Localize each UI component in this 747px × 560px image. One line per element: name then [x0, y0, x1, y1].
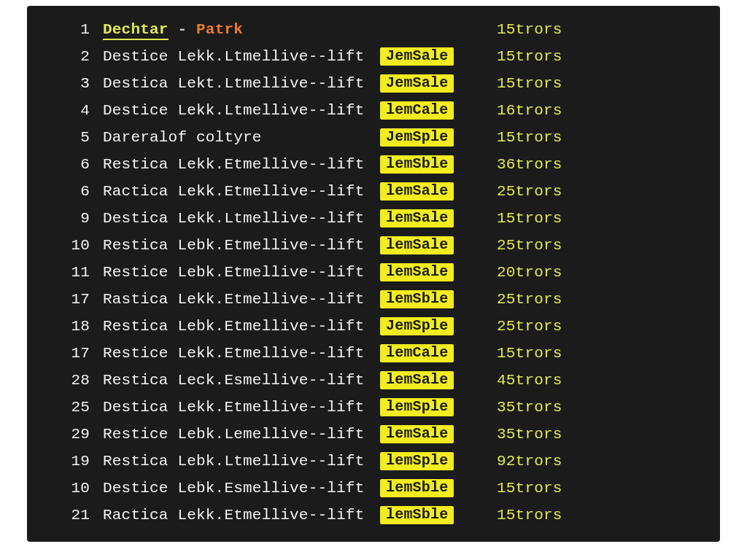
row-title: Destica Lekt.Ltmellive--lift — [103, 75, 380, 92]
header-row[interactable]: 1 Dechtar - Patrk 15trors — [47, 16, 700, 43]
row-tag[interactable]: lemSale — [380, 425, 454, 443]
row-tag-cell: lemSple — [380, 452, 475, 470]
list-row[interactable]: 6Ractica Lekk.Etmellive--liftlemSale25tr… — [47, 178, 700, 205]
list-row[interactable]: 4Destice Lekk.Ltmellive--liftlemCale16tr… — [47, 97, 700, 124]
row-title: Ractica Lekk.Etmellive--lift — [103, 183, 380, 200]
row-number: 6 — [47, 183, 103, 200]
row-tag[interactable]: JemSale — [380, 74, 454, 93]
row-number: 1 — [47, 21, 103, 38]
row-tag[interactable]: lemSale — [380, 209, 454, 228]
list-row[interactable]: 28Restica Leck.Esmellive--liftlemSale45t… — [47, 367, 700, 394]
row-tag-cell: lemSale — [380, 236, 475, 254]
row-title: Restica Leck.Esmellive--lift — [103, 372, 380, 389]
row-tag-cell: lemSple — [380, 398, 475, 416]
row-tag[interactable]: lemCale — [380, 344, 454, 362]
row-duration: 15trors — [475, 48, 599, 65]
header-track: Patrk — [196, 21, 243, 38]
list-row[interactable]: 10Restica Lebk.Etmellive--liftlemSale25t… — [47, 232, 700, 259]
row-title: Dechtar - Patrk — [103, 21, 380, 38]
row-tag[interactable]: JemSple — [380, 317, 454, 335]
row-tag[interactable]: lemSale — [380, 371, 454, 389]
row-duration: 20trors — [475, 264, 599, 281]
row-tag[interactable]: lemSale — [380, 263, 454, 281]
header-separator: - — [169, 21, 196, 38]
row-number: 4 — [47, 102, 103, 119]
row-title: Destice Lebk.Esmellive--lift — [103, 480, 380, 497]
row-title: Restica Lebk.Ltmellive--lift — [103, 453, 380, 470]
list-row[interactable]: 19Restica Lebk.Ltmellive--liftlemSple92t… — [47, 448, 700, 475]
row-tag-cell: lemSale — [380, 182, 475, 201]
list-row[interactable]: 21Ractica Lekk.Etmellive--liftlemSble15t… — [47, 502, 700, 529]
row-duration: 25trors — [475, 237, 599, 254]
row-tag[interactable]: lemSale — [380, 182, 454, 201]
list-row[interactable]: 25Destica Lekk.Etmellive--liftlemSple35t… — [47, 394, 700, 421]
row-title: Restica Lebk.Etmellive--lift — [103, 318, 380, 335]
row-title: Destica Lekk.Ltmellive--lift — [103, 210, 380, 227]
row-tag-cell: lemSble — [380, 479, 475, 497]
list-row[interactable]: 10Destice Lebk.Esmellive--liftlemSble15t… — [47, 475, 700, 502]
row-duration: 35trors — [475, 426, 599, 443]
list-row[interactable]: 5Dareralof coltyreJemSple15trors — [47, 124, 700, 151]
row-number: 25 — [47, 399, 103, 416]
row-number: 10 — [47, 237, 103, 254]
row-duration: 15trors — [475, 480, 599, 497]
list-row[interactable]: 11Restice Lebk.Etmellive--liftlemSale20t… — [47, 259, 700, 286]
row-duration: 45trors — [475, 372, 599, 389]
row-number: 2 — [47, 48, 103, 65]
list-row[interactable]: 3Destica Lekt.Ltmellive--liftJemSale15tr… — [47, 70, 700, 97]
list-row[interactable]: 18Restica Lebk.Etmellive--liftJemSple25t… — [47, 313, 700, 340]
row-duration: 15trors — [475, 507, 599, 524]
rows-container: 2Destice Lekk.Ltmellive--liftJemSale15tr… — [47, 43, 700, 529]
row-duration: 15trors — [475, 129, 599, 146]
row-tag-cell: lemSble — [380, 155, 475, 174]
list-row[interactable]: 17Restice Lekk.Etmellive--liftlemCale15t… — [47, 340, 700, 367]
row-title: Restice Lebk.Etmellive--lift — [103, 264, 380, 281]
row-tag-cell: lemSble — [380, 290, 475, 308]
row-number: 3 — [47, 75, 103, 92]
row-tag-cell: JemSale — [380, 47, 475, 66]
row-tag-cell: lemCale — [380, 101, 475, 120]
row-number: 10 — [47, 480, 103, 497]
row-title: Restice Lebk.Lemellive--lift — [103, 426, 380, 443]
row-tag[interactable]: lemSale — [380, 236, 454, 254]
listing-panel: 1 Dechtar - Patrk 15trors 2Destice Lekk.… — [27, 6, 720, 542]
row-title: Destice Lekk.Ltmellive--lift — [103, 102, 380, 119]
row-duration: 25trors — [475, 291, 599, 308]
row-duration: 15trors — [475, 210, 599, 227]
row-duration: 16trors — [475, 102, 599, 119]
row-tag[interactable]: lemSple — [380, 452, 454, 470]
row-number: 17 — [47, 345, 103, 362]
row-duration: 15trors — [475, 21, 599, 38]
row-tag-cell: lemSale — [380, 425, 475, 443]
row-tag[interactable]: lemSble — [380, 290, 454, 308]
list-row[interactable]: 17Rastica Lekk.Etmellive--liftlemSble25t… — [47, 286, 700, 313]
list-row[interactable]: 9Destica Lekk.Ltmellive--liftlemSale15tr… — [47, 205, 700, 232]
row-tag[interactable]: lemSble — [380, 479, 454, 497]
row-tag-cell: lemCale — [380, 344, 475, 362]
list-row[interactable]: 6Restica Lekk.Etmellive--liftlemSble36tr… — [47, 151, 700, 178]
list-row[interactable]: 29Restice Lebk.Lemellive--liftlemSale35t… — [47, 421, 700, 448]
row-number: 28 — [47, 372, 103, 389]
row-duration: 35trors — [475, 399, 599, 416]
row-tag[interactable]: lemSble — [380, 506, 454, 524]
row-tag[interactable]: lemCale — [380, 101, 454, 120]
row-title: Ractica Lekk.Etmellive--lift — [103, 507, 380, 524]
row-duration: 25trors — [475, 318, 599, 335]
row-duration: 15trors — [475, 75, 599, 92]
row-duration: 15trors — [475, 345, 599, 362]
row-tag-cell: lemSble — [380, 506, 475, 524]
row-number: 21 — [47, 507, 103, 524]
row-tag-cell: JemSale — [380, 74, 475, 93]
row-tag[interactable]: lemSble — [380, 155, 454, 174]
row-duration: 25trors — [475, 183, 599, 200]
row-title: Restica Lekk.Etmellive--lift — [103, 156, 380, 173]
row-tag[interactable]: lemSple — [380, 398, 454, 416]
row-duration: 36trors — [475, 156, 599, 173]
list-row[interactable]: 2Destice Lekk.Ltmellive--liftJemSale15tr… — [47, 43, 700, 70]
row-title: Destice Lekk.Ltmellive--lift — [103, 48, 380, 65]
row-tag[interactable]: JemSple — [380, 128, 454, 147]
row-title: Restice Lekk.Etmellive--lift — [103, 345, 380, 362]
row-number: 29 — [47, 426, 103, 443]
row-tag[interactable]: JemSale — [380, 47, 454, 66]
row-title: Dareralof coltyre — [103, 129, 380, 146]
